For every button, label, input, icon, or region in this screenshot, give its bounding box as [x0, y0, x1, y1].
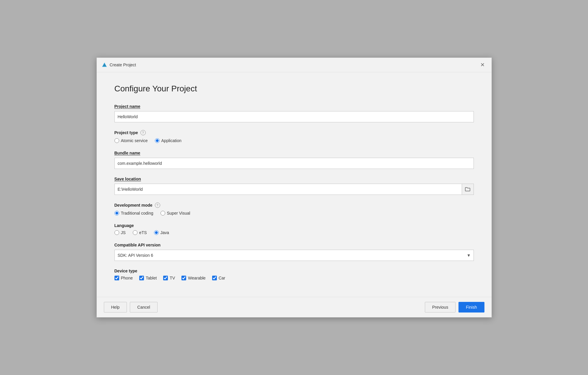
- checkbox-tablet[interactable]: [139, 276, 144, 280]
- device-type-label: Device type: [114, 269, 474, 273]
- previous-button[interactable]: Previous: [425, 302, 456, 312]
- footer-right: Previous Finish: [425, 302, 484, 312]
- radio-item-application[interactable]: Application: [155, 138, 182, 143]
- checkbox-item-wearable[interactable]: Wearable: [181, 276, 206, 280]
- create-project-dialog: Create Project ✕ Configure Your Project …: [96, 57, 492, 318]
- content-area: Configure Your Project Project name Proj…: [97, 72, 492, 297]
- radio-atomic-label: Atomic service: [121, 138, 148, 143]
- footer-left: Help Cancel: [104, 302, 158, 312]
- finish-button[interactable]: Finish: [458, 302, 484, 312]
- radio-supervisual-label: Super Visual: [167, 211, 190, 216]
- help-button[interactable]: Help: [104, 302, 127, 312]
- bundle-name-label: Bundle name: [114, 151, 474, 155]
- project-type-group: Project type ? Atomic service Applicatio…: [114, 130, 474, 143]
- app-icon: [101, 62, 107, 68]
- radio-application[interactable]: [155, 138, 160, 143]
- radio-java-label: Java: [160, 230, 169, 235]
- checkbox-car[interactable]: [212, 276, 217, 280]
- language-group: Language JS eTS Java: [114, 223, 474, 235]
- footer: Help Cancel Previous Finish: [97, 297, 492, 317]
- project-name-label: Project name: [114, 104, 474, 109]
- api-version-select[interactable]: SDK: API Version 6 SDK: API Version 5 SD…: [114, 250, 474, 261]
- radio-item-ets[interactable]: eTS: [133, 230, 147, 235]
- save-location-group: Save location: [114, 177, 474, 195]
- language-radio-group: JS eTS Java: [114, 230, 474, 235]
- development-mode-label-row: Development mode ?: [114, 203, 474, 208]
- radio-traditional[interactable]: [114, 211, 119, 216]
- checkbox-wearable-label: Wearable: [188, 276, 206, 280]
- project-type-label-row: Project type ?: [114, 130, 474, 135]
- device-type-group: Device type Phone Tablet TV Wearable: [114, 269, 474, 280]
- checkbox-item-car[interactable]: Car: [212, 276, 225, 280]
- api-version-select-wrapper: SDK: API Version 6 SDK: API Version 5 SD…: [114, 250, 474, 261]
- radio-ets[interactable]: [133, 230, 137, 235]
- radio-java[interactable]: [154, 230, 159, 235]
- page-title: Configure Your Project: [114, 84, 474, 93]
- checkbox-phone[interactable]: [114, 276, 119, 280]
- project-type-help-icon[interactable]: ?: [140, 130, 146, 135]
- checkbox-phone-label: Phone: [121, 276, 133, 280]
- checkbox-tv-label: TV: [170, 276, 175, 280]
- bundle-name-input[interactable]: [114, 158, 474, 169]
- radio-item-java[interactable]: Java: [154, 230, 169, 235]
- checkbox-item-tv[interactable]: TV: [163, 276, 175, 280]
- development-mode-help-icon[interactable]: ?: [155, 203, 160, 208]
- radio-item-supervisual[interactable]: Super Visual: [160, 211, 190, 216]
- radio-js[interactable]: [114, 230, 119, 235]
- language-label: Language: [114, 223, 474, 228]
- browse-folder-button[interactable]: [462, 184, 474, 195]
- device-type-checkbox-group: Phone Tablet TV Wearable Car: [114, 276, 474, 280]
- radio-atomic[interactable]: [114, 138, 119, 143]
- checkbox-wearable[interactable]: [181, 276, 186, 280]
- checkbox-item-tablet[interactable]: Tablet: [139, 276, 157, 280]
- development-mode-label: Development mode: [114, 203, 153, 208]
- bundle-name-group: Bundle name: [114, 151, 474, 169]
- project-type-label: Project type: [114, 130, 138, 135]
- title-bar: Create Project ✕: [97, 58, 492, 72]
- radio-item-traditional[interactable]: Traditional coding: [114, 211, 153, 216]
- save-location-input-row: [114, 184, 474, 195]
- development-mode-group: Development mode ? Traditional coding Su…: [114, 203, 474, 216]
- project-name-group: Project name: [114, 104, 474, 122]
- project-name-input[interactable]: [114, 111, 474, 122]
- project-type-radio-group: Atomic service Application: [114, 138, 474, 143]
- window-title: Create Project: [110, 63, 136, 67]
- radio-js-label: JS: [121, 230, 126, 235]
- radio-item-atomic[interactable]: Atomic service: [114, 138, 148, 143]
- radio-traditional-label: Traditional coding: [121, 211, 153, 216]
- radio-item-js[interactable]: JS: [114, 230, 126, 235]
- development-mode-radio-group: Traditional coding Super Visual: [114, 211, 474, 216]
- cancel-button[interactable]: Cancel: [130, 302, 158, 312]
- radio-application-label: Application: [161, 138, 182, 143]
- api-version-label: Compatible API version: [114, 243, 474, 247]
- close-button[interactable]: ✕: [479, 61, 487, 69]
- api-version-group: Compatible API version SDK: API Version …: [114, 243, 474, 261]
- checkbox-tv[interactable]: [163, 276, 168, 280]
- checkbox-car-label: Car: [219, 276, 225, 280]
- save-location-input[interactable]: [114, 184, 462, 195]
- radio-ets-label: eTS: [139, 230, 147, 235]
- checkbox-item-phone[interactable]: Phone: [114, 276, 133, 280]
- title-bar-left: Create Project: [101, 62, 136, 68]
- save-location-label: Save location: [114, 177, 474, 181]
- radio-supervisual[interactable]: [160, 211, 165, 216]
- checkbox-tablet-label: Tablet: [146, 276, 157, 280]
- folder-icon: [465, 187, 470, 192]
